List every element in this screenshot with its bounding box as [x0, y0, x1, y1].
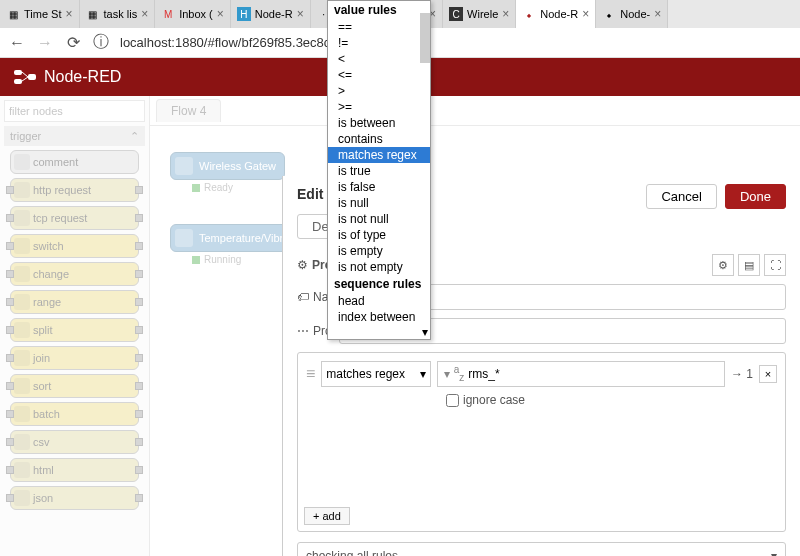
close-icon[interactable]: ×: [582, 7, 589, 21]
chevron-down-icon: ▾: [328, 325, 430, 339]
gmail-icon: M: [161, 7, 175, 21]
ignore-case-label: ignore case: [463, 393, 525, 407]
rule-value-input[interactable]: ▾ azrms_*: [437, 361, 725, 387]
browser-tab[interactable]: ▦task lis×: [80, 0, 156, 28]
info-icon[interactable]: ⓘ: [92, 34, 110, 52]
rule-output-label: → 1: [731, 367, 753, 381]
nodered-icon: ⬥: [602, 7, 616, 21]
close-icon[interactable]: ×: [297, 7, 304, 21]
svg-rect-1: [14, 79, 22, 84]
dropdown-option[interactable]: matches regex: [328, 147, 430, 163]
nodered-icon: ⬥: [522, 7, 536, 21]
close-icon[interactable]: ×: [654, 7, 661, 21]
operator-dropdown[interactable]: value rules ==!=<<=>>=is betweencontains…: [327, 0, 431, 340]
ignore-case-checkbox[interactable]: [446, 394, 459, 407]
settings-icon-button[interactable]: ⚙: [712, 254, 734, 276]
add-rule-button[interactable]: + add: [304, 507, 350, 525]
close-icon[interactable]: ×: [502, 7, 509, 21]
rule-operator-select[interactable]: matches regex▾: [321, 361, 431, 387]
browser-tab[interactable]: ▦Time St×: [0, 0, 80, 28]
checking-mode-select[interactable]: checking all rules ▾: [297, 542, 786, 556]
sheets-icon: ▦: [86, 7, 100, 21]
dropdown-group-header: value rules: [328, 1, 430, 19]
svg-rect-0: [14, 70, 22, 75]
rules-container: ≡ matches regex▾ ▾ azrms_* → 1 × ignore …: [297, 352, 786, 532]
expand-icon-button[interactable]: ⛶: [764, 254, 786, 276]
rule-row: ≡ matches regex▾ ▾ azrms_* → 1 ×: [306, 361, 777, 387]
dropdown-option[interactable]: is true: [328, 163, 430, 179]
dropdown-option[interactable]: ==: [328, 19, 430, 35]
dropdown-option[interactable]: is of type: [328, 227, 430, 243]
forward-button[interactable]: →: [36, 34, 54, 52]
dropdown-option[interactable]: !=: [328, 35, 430, 51]
tag-icon: 🏷: [297, 290, 309, 304]
browser-tab[interactable]: ⬥Node-×: [596, 0, 668, 28]
close-icon[interactable]: ×: [141, 7, 148, 21]
drag-handle-icon[interactable]: ≡: [306, 365, 315, 383]
close-icon[interactable]: ×: [66, 7, 73, 21]
ignore-case-row: ignore case: [446, 393, 777, 407]
rule-delete-button[interactable]: ×: [759, 365, 777, 383]
tab-label: Node-R: [540, 8, 578, 20]
browser-tab[interactable]: ⬥Node-R×: [516, 0, 596, 28]
scrollbar[interactable]: [420, 13, 430, 63]
dropdown-option[interactable]: >: [328, 83, 430, 99]
doc-icon-button[interactable]: ▤: [738, 254, 760, 276]
dropdown-option[interactable]: is empty: [328, 243, 430, 259]
dropdown-option[interactable]: <: [328, 51, 430, 67]
browser-tab[interactable]: MInbox (×: [155, 0, 231, 28]
reload-button[interactable]: ⟳: [64, 34, 82, 52]
tab-label: Node-R: [255, 8, 293, 20]
dropdown-option[interactable]: >=: [328, 99, 430, 115]
gear-icon: ⚙: [297, 258, 308, 272]
dropdown-option[interactable]: is not null: [328, 211, 430, 227]
close-icon[interactable]: ×: [217, 7, 224, 21]
dropdown-option[interactable]: contains: [328, 131, 430, 147]
checking-label: checking all rules: [306, 549, 398, 556]
tab-label: task lis: [104, 8, 138, 20]
tab-label: Wirele: [467, 8, 498, 20]
dropdown-option[interactable]: is not empty: [328, 259, 430, 275]
c-icon: C: [449, 7, 463, 21]
tab-label: Node-: [620, 8, 650, 20]
ellipsis-icon: ⋯: [297, 324, 309, 338]
tab-label: Time St: [24, 8, 62, 20]
url-text[interactable]: localhost:1880/#flow/bf269f85.3ec8c: [120, 35, 330, 50]
browser-tab[interactable]: CWirele×: [443, 0, 516, 28]
dropdown-option[interactable]: index between: [328, 309, 430, 325]
browser-tab[interactable]: HNode-R×: [231, 0, 311, 28]
dropdown-group-header: sequence rules: [328, 275, 430, 293]
dropdown-option[interactable]: is null: [328, 195, 430, 211]
svg-rect-2: [28, 74, 36, 80]
cancel-button[interactable]: Cancel: [646, 184, 716, 209]
h-icon: H: [237, 7, 251, 21]
app-title: Node-RED: [44, 68, 121, 86]
back-button[interactable]: ←: [8, 34, 26, 52]
chevron-down-icon: ▾: [771, 549, 777, 556]
dropdown-option[interactable]: is between: [328, 115, 430, 131]
dropdown-option[interactable]: head: [328, 293, 430, 309]
tab-label: Inbox (: [179, 8, 213, 20]
chevron-down-icon: ▾: [420, 367, 426, 381]
sheets-icon: ▦: [6, 7, 20, 21]
done-button[interactable]: Done: [725, 184, 786, 209]
nodered-logo-icon: [14, 68, 36, 86]
dropdown-option[interactable]: <=: [328, 67, 430, 83]
dropdown-option[interactable]: is false: [328, 179, 430, 195]
